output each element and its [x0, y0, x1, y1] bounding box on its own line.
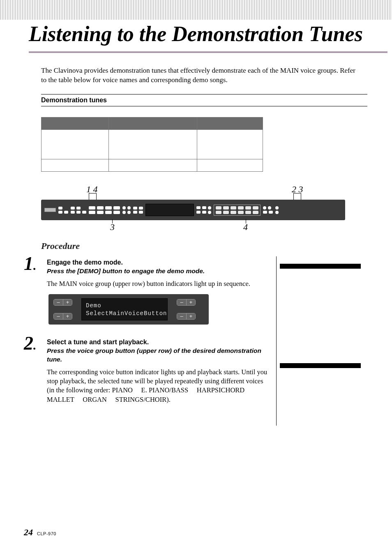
procedure-sidebar — [276, 256, 361, 426]
page-title: Listening to the Demonstration Tunes — [29, 22, 367, 46]
table-header-cell — [42, 117, 109, 130]
top-hatch-decoration — [0, 0, 392, 20]
table-row — [42, 159, 263, 172]
step-1: 1. Engage the demo mode. Press the [DEMO… — [41, 256, 271, 325]
lcd-figure: –+ –+ Demo SelectMainVoiceButton –+ –+ — [48, 294, 209, 325]
lcd-line-2: SelectMainVoiceButton — [86, 310, 163, 317]
lcd-line-1: Demo — [86, 302, 163, 309]
device-panel — [41, 200, 345, 220]
table-header-cell — [197, 117, 263, 130]
footer: 24 CLP-970 — [24, 527, 56, 538]
procedure-heading: Procedure — [41, 241, 367, 251]
step-2: 2. Select a tune and start playback. Pre… — [41, 336, 271, 404]
lcd-preview — [145, 204, 194, 216]
minus-plus-pair: –+ — [177, 299, 196, 306]
procedure-main: 1. Engage the demo mode. Press the [DEMO… — [41, 256, 271, 426]
voice-group-box — [214, 205, 261, 216]
lcd-screen: Demo SelectMainVoiceButton — [81, 298, 168, 320]
table-row — [42, 130, 263, 159]
step-title: Engage the demo mode. — [47, 259, 271, 266]
sidebar-bar — [280, 264, 361, 269]
table-header-cell — [108, 117, 197, 130]
model-label: CLP-970 — [37, 531, 56, 536]
step-instruction: Press the [DEMO] button to engage the de… — [47, 267, 271, 275]
step-body-text: The corresponding voice button indicator… — [47, 368, 271, 404]
section-heading: Demonstration tunes — [41, 97, 367, 104]
minus-plus-pair: –+ — [177, 313, 196, 320]
step-number: 2. — [24, 336, 39, 351]
section-heading-wrap: Demonstration tunes — [41, 94, 367, 106]
callout-4: 4 — [243, 222, 248, 233]
demo-tunes-table — [41, 117, 263, 172]
title-rule — [29, 51, 387, 53]
page-number: 24 — [24, 527, 33, 538]
table-header-row — [42, 117, 263, 130]
sidebar-bar — [280, 363, 361, 368]
step-instruction: Press the voice group button (upper row)… — [47, 347, 271, 363]
intro-paragraph: The Clavinova provides demonstration tun… — [41, 66, 367, 85]
minus-plus-pair: –+ — [53, 313, 72, 320]
minus-plus-pair: –+ — [53, 299, 72, 306]
device-panel-figure: 1 4 2 3 — [41, 184, 345, 233]
step-title: Select a tune and start playback. — [47, 339, 271, 346]
callout-3: 3 — [110, 222, 115, 233]
step-body-text: The MAIN voice group (upper row) button … — [47, 279, 271, 288]
step-number: 1. — [24, 256, 39, 272]
